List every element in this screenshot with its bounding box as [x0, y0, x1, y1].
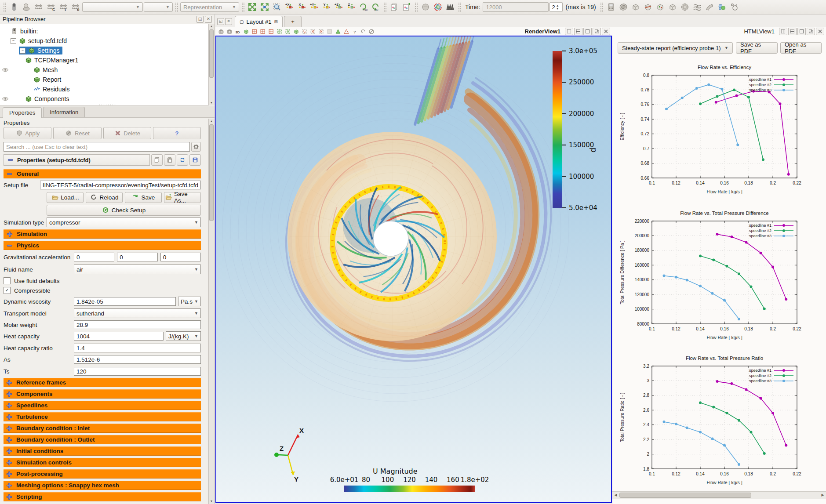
collapse-icon[interactable]: − [20, 48, 25, 54]
section-general[interactable]: General [4, 169, 201, 178]
pipeline-item-settings[interactable]: − Settings [19, 46, 62, 55]
section-meshing-options-snappy-hex-mesh[interactable]: Meshing options : Snappy hex mesh [4, 481, 201, 490]
copy-properties-button[interactable] [151, 154, 163, 166]
dynamic-viscosity-input[interactable]: 1.842e-05 [74, 297, 176, 306]
save-screenshot-icon[interactable] [217, 28, 225, 35]
velocity-colorbar[interactable] [344, 486, 475, 492]
animation-keyframes-icon[interactable] [444, 1, 456, 13]
group-datasets-icon[interactable] [716, 1, 728, 13]
view-plus-x-icon[interactable]: +X [284, 1, 295, 13]
pipeline-item-mesh[interactable]: Mesh [33, 65, 58, 75]
heat-capacity-input[interactable]: 1004 [74, 332, 164, 341]
reload-properties-button[interactable] [177, 154, 188, 166]
section-reference-frames[interactable]: Reference frames [4, 378, 201, 387]
save-defaults-button[interactable] [189, 154, 201, 166]
spinner-arrows-icon[interactable]: ▲▼ [556, 4, 559, 10]
maximize-view-icon[interactable] [797, 28, 806, 35]
pipeline-item-setup-tcfd[interactable]: − setup-tcfd.tcfd [11, 36, 67, 46]
zoom-to-box-icon[interactable] [271, 1, 283, 13]
section-initial-conditions[interactable]: Initial conditions [4, 446, 201, 456]
frame-spinbox[interactable]: 2 ▲▼ [549, 2, 563, 12]
hover-points-query-icon[interactable] [359, 28, 367, 35]
select-polygon-cells-icon[interactable] [309, 28, 317, 35]
color-by-array-combo[interactable]: ▼ [82, 2, 143, 12]
visibility-eye-icon[interactable] [1, 66, 9, 73]
pipeline-scrollbar[interactable]: ▲▼ [208, 24, 215, 105]
pipeline-item-report[interactable]: Report [33, 75, 61, 84]
interaction-mode-3d-label[interactable]: 3D [234, 28, 241, 35]
paste-properties-button[interactable] [164, 154, 175, 166]
section-post-processing[interactable]: Post-processing [4, 469, 201, 479]
ts-input[interactable]: 120 [74, 367, 201, 376]
color-legend-toggle-icon[interactable] [8, 1, 20, 13]
pipeline-item-components[interactable]: Components [25, 94, 69, 104]
pressure-colorbar[interactable] [553, 51, 562, 208]
section-components[interactable]: Components [4, 389, 201, 399]
apply-button[interactable]: Apply [4, 127, 51, 139]
html-view-title[interactable]: HTMLView1 [744, 28, 775, 35]
section-boundary-condition-outlet[interactable]: Boundary condition : Outlet [4, 435, 201, 444]
capture-all-views-icon[interactable] [401, 1, 412, 13]
rotate-90-cw-icon[interactable]: +90 [357, 1, 369, 13]
scroll-right-icon[interactable]: ▶ [819, 492, 826, 498]
pipeline-item-tcfdmanager1[interactable]: TCFDManager1 [25, 55, 78, 65]
properties-source-header[interactable]: Properties (setup-tcfd.tcfd) [4, 154, 150, 166]
capture-view-icon[interactable] [226, 28, 233, 35]
stream-tracer-icon[interactable] [691, 1, 703, 13]
html-view-hscrollbar[interactable]: ◀ ▶ [612, 491, 826, 499]
delete-button[interactable]: Delete [103, 127, 151, 139]
add-layout-tab[interactable]: + [284, 16, 302, 27]
collapse-icon[interactable]: − [11, 38, 16, 44]
popout-view-icon[interactable] [807, 28, 815, 35]
center-axes-visibility-icon[interactable] [259, 28, 266, 35]
load-button[interactable]: Load... [47, 192, 84, 203]
save-button[interactable]: Save [125, 192, 162, 203]
tab-properties[interactable]: Properties [3, 107, 42, 118]
popout-view-icon[interactable] [593, 28, 601, 35]
close-tab-icon[interactable]: ⊠ [274, 19, 278, 24]
fluid-name-combo[interactable]: air▼ [74, 265, 201, 274]
section-physics[interactable]: Physics [4, 241, 201, 250]
show-orientation-rings-icon[interactable] [432, 1, 444, 13]
close-icon[interactable]: ✕ [205, 16, 212, 23]
save-as-pdf-button[interactable]: Save as PDF [736, 42, 778, 54]
pipeline-item-builtin[interactable]: builtin: [11, 26, 38, 36]
glyph-filter-icon[interactable] [679, 1, 691, 13]
section-boundary-condition-inlet[interactable]: Boundary condition : Inlet [4, 424, 201, 433]
reload-button[interactable]: Reload [86, 192, 123, 203]
edit-color-map-icon[interactable] [21, 1, 32, 13]
undock-icon[interactable]: ◱ [196, 16, 204, 23]
transport-model-combo[interactable]: sutherland▼ [74, 308, 201, 318]
rescale-to-custom-range-icon[interactable]: C [45, 1, 57, 13]
select-frustum-points-icon[interactable] [301, 28, 308, 35]
viscosity-unit-combo[interactable]: Pa.s▼ [178, 297, 201, 306]
search-options-gear-button[interactable] [191, 142, 201, 152]
toolbar-grip[interactable] [3, 2, 6, 12]
toolbar-grip[interactable] [600, 2, 603, 12]
toolbar-grip[interactable] [458, 2, 461, 12]
close-layout-icon[interactable]: ✕ [225, 18, 232, 25]
as-input[interactable]: 1.512e-6 [74, 355, 201, 364]
clear-selection-icon[interactable] [368, 28, 375, 35]
heat-capacity-ratio-input[interactable]: 1.4 [74, 344, 201, 352]
report-select-combo[interactable]: Steady-state report (efficiency probe 1)… [618, 42, 733, 54]
view-plus-y-icon[interactable]: +Y [308, 1, 320, 13]
split-vertical-icon[interactable] [788, 28, 797, 35]
select-surface-cells-icon[interactable] [276, 28, 283, 35]
hover-cells-query-icon[interactable]: ? [351, 28, 358, 35]
threshold-filter-icon[interactable] [655, 1, 666, 13]
heat-capacity-unit-combo[interactable]: J/(kg.K)▼ [166, 331, 201, 341]
close-view-icon[interactable] [816, 28, 824, 35]
check-setup-button[interactable]: Check Setup [47, 205, 201, 216]
reset-camera-icon[interactable] [247, 1, 258, 13]
maximize-view-icon[interactable] [583, 28, 592, 35]
zoom-to-data-icon[interactable] [259, 1, 270, 13]
section-speedlines[interactable]: Speedlines [4, 401, 201, 410]
rescale-over-time-icon[interactable]: t [58, 1, 69, 13]
select-frustum-cells-icon[interactable] [292, 28, 300, 35]
tab-information[interactable]: Information [43, 107, 85, 117]
simulation-type-combo[interactable]: compressor▼ [47, 218, 201, 227]
calculator-filter-icon[interactable] [605, 1, 617, 13]
render-viewport[interactable]: XYZ 3.0e+052500002000001500001000005.0e+… [215, 36, 612, 503]
tab-layout-1[interactable]: ▢ Layout #1 ⊠ [235, 16, 283, 27]
